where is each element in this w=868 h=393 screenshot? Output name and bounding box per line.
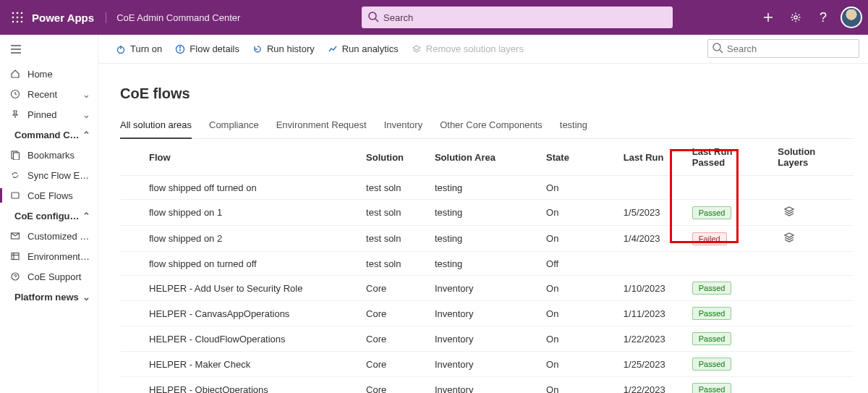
svg-point-9: [369, 12, 376, 20]
cell-area: Inventory: [429, 352, 540, 377]
nav-group-coe-config[interactable]: CoE configuration ⌃: [0, 206, 98, 226]
tab-testing[interactable]: testing: [560, 119, 587, 138]
cell-layers: [772, 276, 854, 301]
chevron-down-icon: ⌄: [82, 109, 90, 120]
pin-icon: [10, 109, 23, 119]
cell-state: On: [540, 176, 618, 200]
col-solution-layers[interactable]: Solution Layers: [772, 139, 854, 176]
col-solution-area[interactable]: Solution Area: [429, 139, 540, 176]
cell-last-run: 1/10/2023: [618, 276, 686, 301]
cell-last-passed: [686, 252, 773, 276]
analytics-icon: [328, 44, 338, 54]
cell-layers: [772, 301, 854, 326]
nav-recent[interactable]: Recent ⌄: [0, 84, 98, 104]
cell-flow: HELPER - CloudFlowOperations: [120, 326, 360, 352]
nav-toggle-icon[interactable]: [10, 44, 22, 54]
col-flow[interactable]: Flow: [120, 139, 360, 176]
tab-compliance[interactable]: Compliance: [209, 119, 259, 138]
search-icon: [367, 11, 379, 22]
settings-icon[interactable]: [786, 7, 806, 28]
cell-solution: Core: [360, 326, 429, 352]
col-state[interactable]: State: [540, 139, 618, 176]
nav-group-platform-news[interactable]: Platform news ⌄: [0, 287, 98, 307]
power-icon: [116, 44, 126, 54]
nav-home[interactable]: Home: [0, 64, 98, 84]
tab-environment-request[interactable]: Environment Request: [276, 119, 367, 138]
col-last-run-passed[interactable]: Last Run Passed: [686, 139, 773, 176]
flows-icon: [10, 190, 23, 200]
cmd-run-analytics[interactable]: Run analytics: [328, 43, 399, 54]
app-title[interactable]: Power Apps: [32, 12, 94, 24]
svg-point-13: [794, 16, 797, 19]
nav-bookmarks[interactable]: Bookmarks: [0, 145, 98, 165]
help-icon[interactable]: ?: [813, 7, 833, 28]
tab-all-solution-areas[interactable]: All solution areas: [120, 119, 192, 139]
tab-inventory[interactable]: Inventory: [384, 119, 422, 138]
cmd-flow-details[interactable]: Flow details: [175, 43, 239, 54]
cell-last-passed: Passed: [686, 352, 773, 377]
table-row[interactable]: flow shipped on 1test solntestingOn1/5/2…: [120, 200, 854, 226]
table-row[interactable]: HELPER - CloudFlowOperationsCoreInventor…: [120, 326, 854, 352]
table-row[interactable]: HELPER - ObjectOperationsCoreInventoryOn…: [120, 377, 854, 394]
col-last-run[interactable]: Last Run: [618, 139, 686, 176]
nav-emails[interactable]: Customized Emails: [0, 226, 98, 246]
app-launcher-icon[interactable]: [6, 6, 29, 29]
cmd-run-history[interactable]: Run history: [252, 43, 315, 54]
svg-rect-23: [12, 253, 19, 260]
cell-solution: test soln: [360, 252, 429, 276]
page-search-wrap: [707, 39, 859, 58]
user-avatar[interactable]: [841, 7, 862, 28]
nav-pinned[interactable]: Pinned ⌄: [0, 104, 98, 124]
cmd-remove-layers: Remove solution layers: [412, 43, 524, 54]
cell-flow: HELPER - Add User to Security Role: [120, 276, 360, 301]
nav-sync-errors[interactable]: Sync Flow Errors: [0, 165, 98, 185]
cell-solution: test soln: [360, 176, 429, 200]
svg-point-33: [713, 43, 720, 51]
table-row[interactable]: flow shipped on turned offtest solntesti…: [120, 252, 854, 276]
clock-icon: [10, 89, 23, 99]
cell-area: Inventory: [429, 377, 540, 394]
cell-area: Inventory: [429, 301, 540, 326]
page-title: CoE flows: [120, 85, 854, 102]
svg-point-7: [17, 21, 19, 23]
nav-env-vars[interactable]: Environment Variables: [0, 246, 98, 266]
table-row[interactable]: flow shipped off turned ontest solntesti…: [120, 176, 854, 200]
chevron-down-icon: ⌄: [82, 89, 90, 100]
cell-last-run: 1/5/2023: [618, 200, 686, 226]
cell-flow: flow shipped on 2: [120, 226, 360, 252]
cell-area: testing: [429, 226, 540, 252]
solution-layers-icon[interactable]: [783, 206, 795, 217]
cell-last-passed: [686, 176, 773, 200]
nav-support[interactable]: CoE Support: [0, 266, 98, 287]
status-badge: Passed: [692, 358, 732, 371]
table-row[interactable]: HELPER - Add User to Security RoleCoreIn…: [120, 276, 854, 301]
cell-solution: test soln: [360, 200, 429, 226]
cell-layers: [772, 226, 854, 252]
solution-layers-icon[interactable]: [783, 232, 795, 243]
svg-point-4: [17, 17, 19, 19]
svg-rect-21: [12, 193, 19, 198]
table-row[interactable]: HELPER - Maker CheckCoreInventoryOn1/25/…: [120, 352, 854, 377]
main-content: CoE flows All solution areas Compliance …: [98, 64, 868, 393]
nav-coe-flows[interactable]: CoE Flows: [0, 185, 98, 206]
status-badge: Passed: [692, 383, 732, 393]
chevron-up-icon: ⌃: [82, 211, 90, 221]
svg-point-8: [21, 21, 23, 23]
page-search-input[interactable]: [707, 39, 859, 58]
global-search-input[interactable]: [362, 7, 673, 28]
col-solution[interactable]: Solution: [360, 139, 429, 176]
status-badge: Passed: [692, 206, 732, 219]
layers-icon: [412, 44, 422, 54]
table-row[interactable]: flow shipped on 2test solntestingOn1/4/2…: [120, 226, 854, 252]
tab-other-core-components[interactable]: Other Core Components: [440, 119, 542, 138]
cell-last-run: [618, 176, 686, 200]
add-button[interactable]: [758, 7, 778, 28]
svg-rect-20: [14, 153, 20, 160]
bookmarks-icon: [10, 150, 23, 160]
cmd-turn-on[interactable]: Turn on: [116, 43, 162, 54]
nav-group-command-center[interactable]: Command Center ⌃: [0, 124, 98, 145]
svg-point-0: [12, 12, 14, 14]
left-nav: Home Recent ⌄ Pinned ⌄ Command Center ⌃ …: [0, 35, 98, 393]
table-row[interactable]: HELPER - CanvasAppOperationsCoreInventor…: [120, 301, 854, 326]
svg-marker-35: [785, 207, 793, 211]
